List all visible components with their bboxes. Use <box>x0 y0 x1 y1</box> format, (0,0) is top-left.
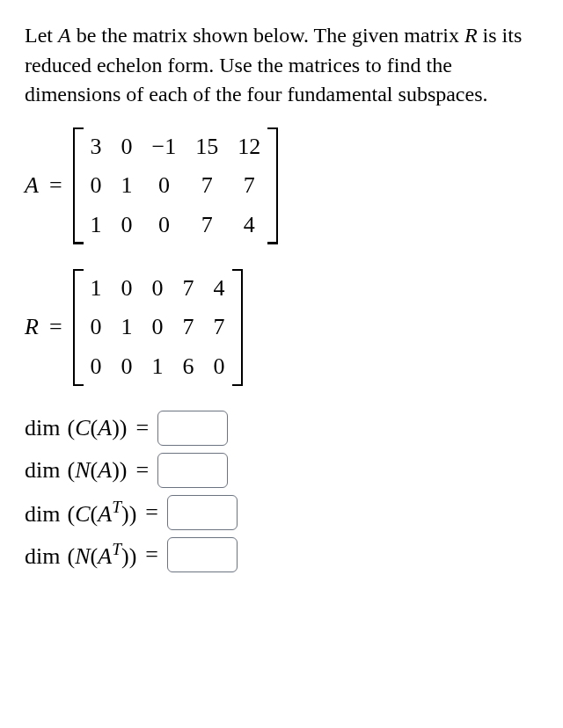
answer-row-dim-na: dim (N(A)) = <box>25 453 538 488</box>
matrix-a-label: A <box>25 170 39 201</box>
input-dim-ca[interactable] <box>157 411 228 446</box>
answer-block: dim (C(A)) = dim (N(A)) = dim (C(AT)) = … <box>25 411 538 572</box>
equals-sign: = <box>145 497 158 528</box>
equals-sign: = <box>145 539 158 571</box>
problem-text: Let A be the matrix shown below. The giv… <box>25 21 538 110</box>
equals-sign: = <box>136 455 150 486</box>
label-dim-ca: dim (C(A)) <box>25 412 128 444</box>
equals-sign: = <box>136 412 150 444</box>
answer-row-dim-nat: dim (N(AT)) = <box>25 537 538 572</box>
input-dim-nat[interactable] <box>167 537 238 572</box>
matrix-a-cells: 30−11512 01077 10074 <box>82 127 270 244</box>
matrix-r-equation: R = 10074 01077 00160 <box>25 269 538 386</box>
input-dim-na[interactable] <box>157 453 228 488</box>
matrix-r: 10074 01077 00160 <box>73 269 243 386</box>
bracket-left-icon <box>73 269 82 386</box>
matrix-a: 30−11512 01077 10074 <box>73 127 279 244</box>
answer-row-dim-ca: dim (C(A)) = <box>25 411 538 446</box>
equals-sign: = <box>49 311 62 343</box>
bracket-right-icon <box>234 269 243 386</box>
label-dim-nat: dim (N(AT)) <box>25 537 136 572</box>
bracket-right-icon <box>269 127 278 244</box>
matrix-a-equation: A = 30−11512 01077 10074 <box>25 127 538 244</box>
matrix-r-cells: 10074 01077 00160 <box>82 269 234 386</box>
bracket-left-icon <box>73 127 82 244</box>
matrix-r-label: R <box>25 311 39 343</box>
label-dim-cat: dim (C(AT)) <box>25 495 136 530</box>
equals-sign: = <box>49 170 62 201</box>
answer-row-dim-cat: dim (C(AT)) = <box>25 495 538 530</box>
label-dim-na: dim (N(A)) <box>25 455 128 486</box>
input-dim-cat[interactable] <box>167 495 238 530</box>
